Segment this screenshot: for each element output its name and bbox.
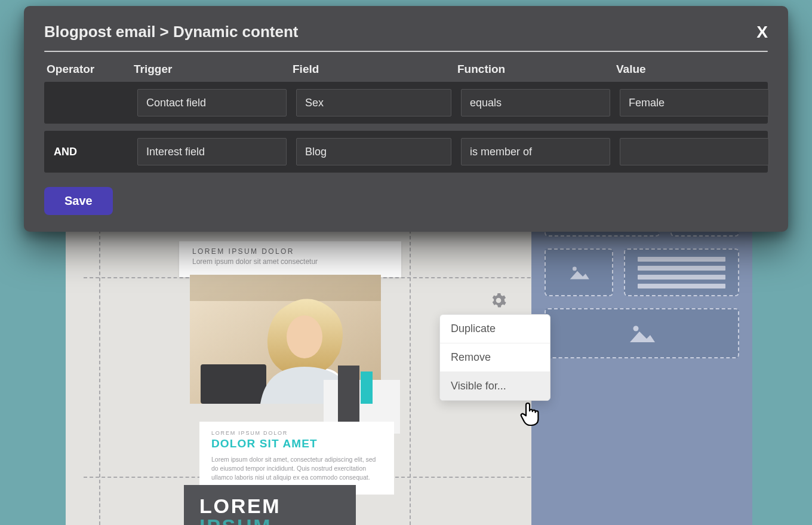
rule-value-input[interactable] [620,138,769,165]
content-block-text[interactable]: LOREM IPSUM DOLOR DOLOR SIT AMET Lorem i… [199,422,394,495]
content-block-header[interactable]: LOREM IPSUM DOLOR Lorem ipsum dolor sit … [179,241,401,277]
rule-field-input[interactable]: Blog [296,138,451,165]
rule-field-input[interactable]: Sex [296,89,451,116]
pointer-cursor-icon [519,401,541,425]
col-operator: Operator [47,63,124,76]
col-function: Function [457,63,607,76]
col-trigger: Trigger [134,63,283,76]
subheading: Lorem ipsum dolor sit amet consectetur [179,257,401,277]
eyebrow: LOREM IPSUM DOLOR [211,430,382,436]
hero-line1: LOREM [199,496,340,516]
svg-point-9 [633,326,639,331]
component-text[interactable] [624,248,739,296]
popover-item-visible-for[interactable]: Visible for... [440,372,550,400]
context-popover: Duplicate Remove Visible for... [439,314,550,401]
popover-item-duplicate[interactable]: Duplicate [440,315,550,343]
dynamic-content-modal: Blogpost email > Dynamic content X Opera… [24,6,788,232]
image-icon [629,323,655,343]
svg-point-5 [287,315,322,358]
popover-item-remove[interactable]: Remove [440,343,550,372]
svg-point-8 [572,266,576,271]
col-value: Value [616,63,765,76]
decor-strip-dark [338,366,359,422]
rule-trigger-input[interactable]: Contact field [137,89,287,116]
rule-function-input[interactable]: equals [461,89,610,116]
rule-trigger-input[interactable]: Interest field [137,138,287,165]
rule-function-input[interactable]: is member of [461,138,610,165]
hero-line2: IPSUM [199,516,340,525]
component-image-small[interactable] [545,248,613,296]
component-image[interactable] [545,308,739,358]
text-lines [638,257,725,288]
card-title: DOLOR SIT AMET [211,437,382,450]
rules-header: Operator Trigger Field Function Value [44,63,768,82]
rule-row: AND Interest field Blog is member of [44,131,768,173]
col-field: Field [293,63,448,76]
svg-rect-2 [201,364,266,404]
save-button[interactable]: Save [44,187,113,215]
divider [44,51,768,52]
content-block-hero[interactable]: LOREM IPSUM [184,485,356,525]
decor-strip-teal [361,372,373,404]
heading-small: LOREM IPSUM DOLOR [179,241,401,257]
image-icon [569,265,589,280]
rule-row: Contact field Sex equals Female [44,82,768,124]
gear-icon[interactable] [491,293,506,311]
modal-breadcrumb: Blogpost email > Dynamic content [44,23,298,41]
rule-value-input[interactable]: Female [620,89,769,116]
rule-operator: AND [50,146,128,158]
svg-rect-1 [190,275,381,301]
card-body: Lorem ipsum dolor sit amet, consectetur … [211,455,382,483]
close-icon[interactable]: X [756,24,768,41]
